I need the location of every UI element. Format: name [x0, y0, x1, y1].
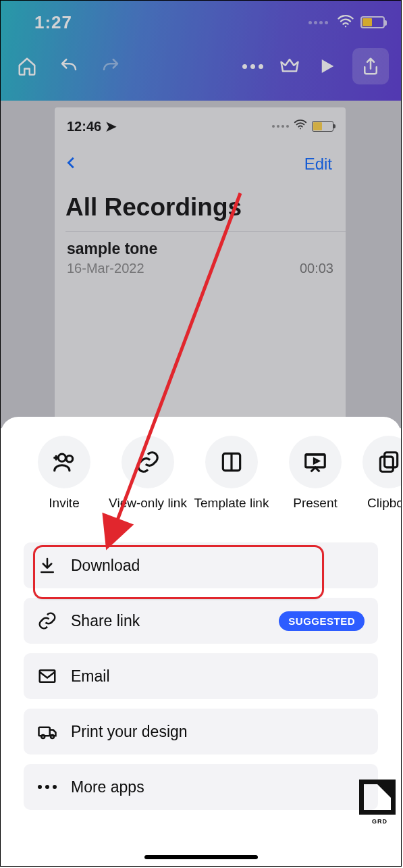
battery-icon — [360, 16, 385, 28]
link-icon — [135, 449, 161, 475]
status-time: 1:27 — [34, 12, 72, 33]
view-only-link-label: View-only link — [109, 495, 187, 528]
download-button[interactable]: Download — [24, 542, 378, 588]
location-arrow-icon: ➤ — [105, 119, 117, 134]
preview-battery-icon — [312, 121, 333, 132]
suggested-badge: SUGGESTED — [279, 611, 365, 631]
share-sheet: Invite View-only link Template link Pres… — [1, 417, 401, 866]
recording-item[interactable]: sample tone 16-Mar-2022 00:03 — [55, 232, 346, 283]
design-canvas: 12:46 ➤ Edit All Recordings sample tone … — [1, 101, 401, 428]
preview-status-bar: 12:46 ➤ — [55, 107, 346, 135]
recording-name: sample tone — [67, 240, 157, 258]
watermark-logo: GRD — [359, 780, 396, 815]
edit-button[interactable]: Edit — [304, 155, 332, 174]
view-only-link-option[interactable]: View-only link — [107, 436, 188, 528]
more-options-icon[interactable] — [242, 64, 263, 69]
print-button[interactable]: Print your design — [24, 709, 378, 755]
share-targets-row[interactable]: Invite View-only link Template link Pres… — [1, 436, 401, 528]
svg-rect-6 — [40, 670, 55, 682]
clipboard-option[interactable]: Clipbo — [358, 436, 401, 528]
crown-icon[interactable] — [279, 56, 300, 76]
preview-title: All Recordings — [55, 176, 346, 231]
design-preview[interactable]: 12:46 ➤ Edit All Recordings sample tone … — [55, 107, 346, 428]
email-icon — [37, 666, 57, 686]
redo-icon[interactable] — [101, 56, 121, 76]
email-button[interactable]: Email — [24, 653, 378, 699]
preview-nav: Edit — [55, 135, 346, 176]
svg-rect-4 — [385, 453, 398, 467]
share-link-button[interactable]: Share link SUGGESTED — [24, 598, 378, 644]
preview-time: 12:46 — [67, 119, 101, 134]
invite-icon — [51, 449, 77, 475]
print-label: Print your design — [71, 723, 188, 741]
svg-point-0 — [58, 454, 65, 461]
truck-icon — [37, 721, 57, 742]
template-icon — [219, 449, 244, 475]
download-icon — [37, 555, 57, 576]
home-indicator[interactable] — [144, 855, 258, 859]
share-icon — [360, 56, 381, 76]
svg-point-1 — [66, 456, 73, 463]
more-dots-icon — [37, 785, 57, 789]
present-option[interactable]: Present — [275, 436, 356, 528]
undo-icon[interactable] — [59, 56, 79, 76]
present-label: Present — [293, 495, 337, 528]
play-icon[interactable] — [316, 56, 336, 76]
editor-toolbar — [1, 34, 401, 84]
template-link-label: Template link — [194, 495, 269, 528]
action-list: Download Share link SUGGESTED Email Prin… — [1, 530, 401, 810]
back-chevron-icon[interactable] — [64, 153, 79, 176]
wifi-icon — [336, 11, 355, 33]
share-link-icon — [37, 611, 57, 631]
preview-wifi-icon — [293, 117, 308, 135]
email-label: Email — [71, 667, 110, 686]
device-status-bar: 1:27 — [1, 1, 401, 34]
svg-rect-5 — [380, 457, 393, 471]
cellular-dots-icon — [308, 21, 328, 24]
more-apps-label: More apps — [71, 778, 144, 796]
template-link-option[interactable]: Template link — [191, 436, 272, 528]
clipboard-icon — [376, 449, 401, 475]
status-indicators — [308, 11, 385, 33]
share-button[interactable] — [352, 48, 389, 84]
recording-date: 16-Mar-2022 — [67, 261, 157, 276]
invite-label: Invite — [49, 495, 79, 528]
recording-duration: 00:03 — [300, 246, 333, 276]
watermark-text: GRD — [372, 818, 387, 825]
present-icon — [302, 449, 328, 475]
share-link-label: Share link — [71, 612, 140, 630]
home-icon[interactable] — [17, 56, 37, 76]
clipboard-label: Clipbo — [367, 495, 401, 528]
more-apps-button[interactable]: More apps — [24, 764, 378, 810]
preview-cellular-icon — [272, 125, 289, 128]
invite-option[interactable]: Invite — [24, 436, 105, 528]
app-top-bar: 1:27 — [1, 1, 401, 101]
download-label: Download — [71, 557, 140, 575]
